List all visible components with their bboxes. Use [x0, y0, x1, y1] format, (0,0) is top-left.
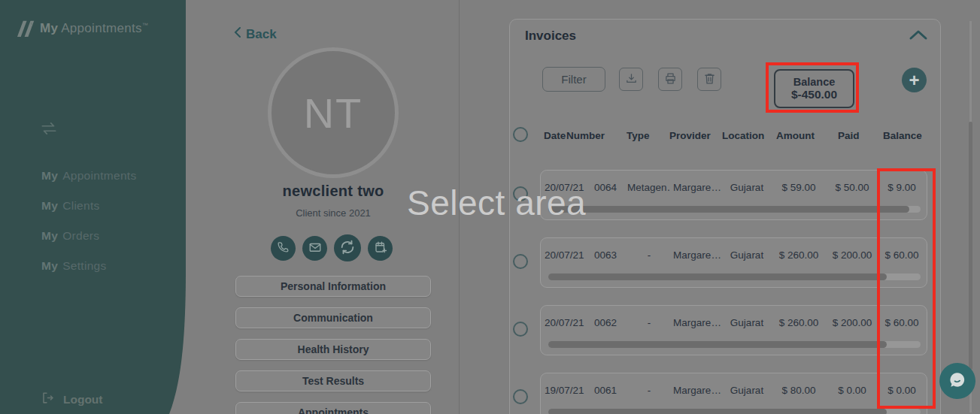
chevron-up-icon[interactable]	[909, 29, 930, 45]
column-header-paid[interactable]: Paid	[838, 130, 860, 141]
logo-text: MyAppointments™	[40, 21, 148, 36]
nav-prefix: My	[41, 169, 58, 183]
sidebar-item-appointments[interactable]: MyAppointments	[41, 161, 137, 191]
logout-button[interactable]: Logout	[41, 391, 103, 408]
balance-summary-label: Balance	[793, 76, 836, 88]
cell-provider: Margare…	[672, 249, 722, 261]
phone-button[interactable]	[271, 236, 296, 261]
sidebar-nav: MyAppointments MyClients MyOrders MySett…	[41, 161, 137, 281]
nav-label: Orders	[62, 229, 99, 243]
select-all-radio[interactable]	[513, 127, 528, 142]
cell-number: 0061	[594, 385, 626, 396]
logout-label: Logout	[63, 393, 103, 406]
cell-date: 20/07/21	[545, 317, 593, 328]
row-select-radio[interactable]	[513, 322, 528, 337]
filter-button[interactable]: Filter	[542, 67, 605, 92]
sync-button[interactable]	[334, 234, 361, 261]
cell-type: Metagen…	[627, 182, 671, 193]
sidebar-item-clients[interactable]: MyClients	[41, 191, 137, 221]
cell-number: 0063	[594, 249, 626, 261]
cell-location: Gujarat	[724, 385, 770, 396]
cell-location: Gujarat	[724, 317, 770, 328]
invoice-row-cells: 20/07/21 0063 - Margare… Gujarat $ 260.0…	[541, 238, 927, 261]
cell-date: 19/07/21	[545, 385, 593, 396]
sidebar-item-orders[interactable]: MyOrders	[41, 221, 137, 251]
invoice-row[interactable]: 20/07/21 0064 Metagen… Margare… Gujarat …	[540, 170, 927, 220]
swap-icon[interactable]	[39, 119, 59, 138]
invoice-row[interactable]: 20/07/21 0063 - Margare… Gujarat $ 260.0…	[540, 237, 927, 288]
cell-balance: $ 60.00	[878, 317, 925, 328]
print-button[interactable]	[658, 68, 682, 91]
calendar-add-button[interactable]	[368, 236, 393, 261]
communication-button[interactable]: Communication	[235, 307, 431, 328]
balance-summary-value: $-450.00	[791, 88, 837, 101]
column-header-number[interactable]: Number	[566, 130, 605, 141]
cell-amount: $ 260.00	[772, 317, 826, 328]
app-root: MyAppointments™ MyAppointments MyClients…	[0, 0, 980, 414]
cell-provider: Margare…	[672, 182, 722, 193]
cell-type: -	[627, 385, 671, 396]
column-header-location[interactable]: Location	[722, 130, 764, 141]
row-hscrollbar-thumb[interactable]	[548, 409, 887, 414]
chat-bubble-icon	[948, 370, 967, 392]
nav-prefix: My	[41, 229, 58, 243]
vertical-scrollbar-thumb[interactable]	[969, 122, 972, 370]
print-icon	[664, 72, 677, 87]
cell-location: Gujarat	[724, 182, 770, 193]
nav-prefix: My	[41, 199, 58, 213]
balance-summary-badge[interactable]: Balance $-450.00	[774, 69, 854, 108]
back-label: Back	[246, 27, 277, 42]
panel-divider	[459, 0, 460, 414]
cell-number: 0064	[594, 182, 626, 193]
back-button[interactable]: Back	[234, 26, 277, 42]
chat-widget-button[interactable]	[939, 363, 975, 399]
nav-prefix: My	[41, 259, 58, 273]
sidebar-item-settings[interactable]: MySettings	[41, 251, 137, 281]
email-button[interactable]	[302, 236, 327, 261]
invoices-title: Invoices	[525, 29, 576, 44]
personal-information-button[interactable]: Personal Information	[235, 276, 431, 297]
cell-paid: $ 200.00	[827, 249, 877, 261]
vertical-scrollbar[interactable]	[969, 21, 972, 412]
row-select-radio[interactable]	[513, 254, 528, 269]
cell-date: 20/07/21	[545, 182, 593, 193]
row-select-radio[interactable]	[513, 186, 528, 201]
mail-icon	[308, 240, 322, 256]
invoice-row-cells: 20/07/21 0062 - Margare… Gujarat $ 260.0…	[541, 306, 927, 328]
logout-icon	[41, 391, 55, 408]
test-results-button[interactable]: Test Results	[235, 370, 431, 391]
client-since: Client since 2021	[228, 207, 438, 219]
invoice-row[interactable]: 19/07/21 0061 - Margare… Gujarat $ 80.00…	[540, 373, 927, 414]
health-history-button[interactable]: Health History	[235, 339, 431, 360]
add-invoice-button[interactable]: +	[902, 68, 927, 92]
avatar-initials: NT	[304, 89, 363, 137]
appointments-button[interactable]: Appointments	[235, 402, 431, 414]
nav-label: Settings	[62, 259, 106, 273]
invoices-panel: Invoices Filter	[509, 19, 941, 414]
cell-balance: $ 9.00	[878, 182, 925, 193]
column-header-date[interactable]: Date	[544, 130, 566, 141]
column-header-provider[interactable]: Provider	[669, 130, 711, 141]
cell-number: 0062	[594, 317, 626, 328]
nav-label: Clients	[62, 199, 99, 213]
row-hscrollbar[interactable]	[548, 206, 921, 213]
client-action-bar	[271, 234, 396, 261]
invoice-row[interactable]: 20/07/21 0062 - Margare… Gujarat $ 260.0…	[540, 305, 927, 355]
row-hscrollbar[interactable]	[548, 409, 921, 414]
chevron-left-icon	[234, 26, 241, 42]
column-header-balance[interactable]: Balance	[883, 130, 922, 141]
delete-button[interactable]	[697, 68, 721, 91]
row-hscrollbar-thumb[interactable]	[548, 273, 887, 280]
column-header-type[interactable]: Type	[627, 130, 650, 141]
row-hscrollbar[interactable]	[548, 273, 921, 280]
row-hscrollbar-thumb[interactable]	[548, 206, 909, 213]
cell-paid: $ 50.00	[827, 182, 877, 193]
cell-amount: $ 260.00	[772, 249, 826, 261]
column-header-amount[interactable]: Amount	[776, 130, 815, 141]
cell-provider: Margare…	[672, 317, 722, 328]
row-hscrollbar[interactable]	[548, 341, 921, 348]
download-button[interactable]	[619, 68, 643, 91]
row-select-radio[interactable]	[513, 389, 528, 404]
cell-provider: Margare…	[672, 385, 722, 396]
row-hscrollbar-thumb[interactable]	[548, 341, 887, 348]
